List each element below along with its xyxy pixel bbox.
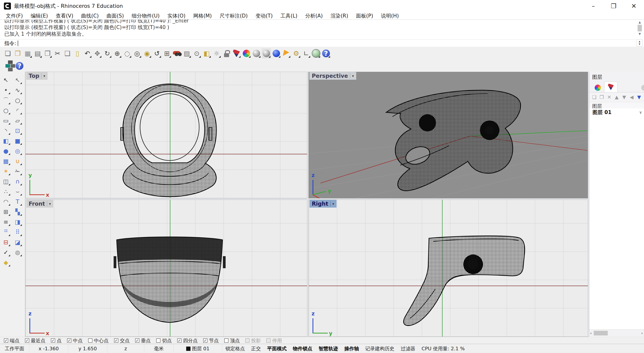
menu-item-4[interactable]: 曲线(C) xyxy=(77,12,102,19)
paste-icon[interactable]: ▯ xyxy=(73,48,82,58)
status-cell-14[interactable]: 过滤器 xyxy=(398,344,418,353)
explode-blocks-icon[interactable]: ⊞ xyxy=(1,207,10,216)
open-file-icon[interactable]: ❒ xyxy=(13,48,22,58)
new-layer-icon[interactable]: ❏ xyxy=(592,94,597,100)
rectangle-icon[interactable]: ▭ xyxy=(1,116,10,125)
menu-item-13[interactable]: 渲染(R) xyxy=(326,12,352,19)
viewport-menu-arrow-icon[interactable]: ▾ xyxy=(49,202,51,206)
status-cell-2[interactable]: x -1.360 xyxy=(29,344,68,353)
viewport-label-front[interactable]: Front ▾ xyxy=(26,200,53,208)
circle-icon[interactable]: ○ xyxy=(13,96,22,105)
array-linear-icon[interactable]: ⠛ xyxy=(1,228,10,236)
extract-points-icon[interactable]: ∴ xyxy=(1,187,10,196)
viewport-layout-icon[interactable]: ⊞ xyxy=(162,48,172,58)
osnap-checkbox[interactable] xyxy=(51,338,55,343)
minimize-button[interactable]: – xyxy=(583,0,604,12)
osnap-8[interactable]: 切点 xyxy=(156,338,172,344)
menu-item-15[interactable]: 说明(H) xyxy=(377,12,403,19)
status-cell-11[interactable]: 智慧轨迹 xyxy=(316,344,341,353)
osnap-checkbox[interactable] xyxy=(135,338,140,343)
viewport-menu-arrow-icon[interactable]: ▾ xyxy=(332,202,334,206)
osnap-5[interactable]: 中心点 xyxy=(88,338,108,344)
polygon-icon[interactable]: ▱ xyxy=(13,116,22,125)
menu-item-2[interactable]: 编辑(E) xyxy=(27,12,52,19)
zoom-extents-icon[interactable]: ◉ xyxy=(142,48,152,58)
surface-patch-icon[interactable]: ◧ xyxy=(1,136,10,145)
more-tab[interactable] xyxy=(638,83,644,92)
status-cell-8[interactable]: 正交 xyxy=(248,344,264,353)
history-icon[interactable]: ∟ xyxy=(302,48,311,58)
osnap-checkbox[interactable] xyxy=(156,338,160,343)
osnap-13[interactable]: 停用 xyxy=(266,338,282,344)
osnap-2[interactable]: 最近点 xyxy=(25,338,46,344)
surface-from-points-icon[interactable]: ⊡ xyxy=(13,126,22,135)
command-area[interactable]: 以打印显示 (模型工作视窗) ( 状态(S)=关闭 颜色(C)=打印 线宽(T)… xyxy=(0,20,644,47)
text-icon[interactable]: T xyxy=(13,197,22,206)
status-cell-7[interactable]: 锁定格点 xyxy=(222,344,248,353)
display-raytraced-sphere-icon[interactable] xyxy=(272,48,281,58)
zoom-window-icon[interactable]: ◌ xyxy=(122,48,132,58)
options-gear-icon[interactable]: ⚙ xyxy=(292,48,301,58)
blend-curve-icon[interactable]: ⌣ xyxy=(13,187,22,196)
layers-hscrollbar[interactable]: ‹ › xyxy=(590,329,644,337)
undo-view-icon[interactable]: ↺ xyxy=(152,48,162,58)
display-rendered-wheel-icon[interactable] xyxy=(242,48,251,58)
adjust-end-bulge-icon[interactable]: ◠ xyxy=(1,197,10,206)
move-layer-up-icon[interactable]: ▲ xyxy=(614,94,619,100)
menu-item-12[interactable]: 分析(A) xyxy=(301,12,326,19)
menu-item-8[interactable]: 网格(M) xyxy=(189,12,216,19)
menu-item-9[interactable]: 尺寸标注(D) xyxy=(216,12,252,19)
align-icon[interactable]: ≡ xyxy=(1,217,10,226)
osnap-12[interactable]: 投影 xyxy=(245,338,261,344)
mesh-surface-icon[interactable]: ▦ xyxy=(1,156,10,166)
copy-to-clipboard-icon[interactable]: ❐ xyxy=(43,48,52,58)
sphere-icon[interactable]: ● xyxy=(1,146,10,155)
menu-item-1[interactable]: 文件(F) xyxy=(2,12,27,19)
layer-expand-icon[interactable]: ∨ xyxy=(639,110,642,114)
osnap-9[interactable]: 四分点 xyxy=(177,338,198,344)
osnap-checkbox[interactable] xyxy=(203,338,208,343)
osnap-checkbox[interactable] xyxy=(4,338,8,343)
osnap-checkbox[interactable] xyxy=(88,338,92,343)
copy-icon[interactable]: ❑ xyxy=(63,48,72,58)
collapse-layers-icon[interactable]: ◀ xyxy=(629,94,634,100)
save-icon[interactable]: ▦ xyxy=(23,48,32,58)
display-ghosted-sphere-icon[interactable] xyxy=(252,48,261,58)
display-xray-sphere-icon[interactable] xyxy=(262,48,271,58)
select-window-icon[interactable]: ↖ xyxy=(13,76,22,84)
viewport-menu-arrow-icon[interactable]: ▾ xyxy=(44,74,45,78)
viewport-menu-arrow-icon[interactable]: ▾ xyxy=(352,74,354,78)
set-view-icon[interactable]: ⊙ xyxy=(192,48,202,58)
arc-icon[interactable]: ◜ xyxy=(13,106,22,115)
help-icon[interactable]: ? xyxy=(321,48,331,58)
viewport-top[interactable]: Top ▾ yx xyxy=(25,72,307,198)
hscroll-right-icon[interactable]: › xyxy=(640,331,644,336)
menu-item-5[interactable]: 曲面(S) xyxy=(103,12,128,19)
lights-icon[interactable]: ☼ xyxy=(212,48,221,58)
cut-icon[interactable]: ✂ xyxy=(53,48,62,58)
duplicate-layer-icon[interactable]: ❐ xyxy=(599,94,604,100)
pan-icon[interactable]: ✥ xyxy=(92,48,102,58)
osnap-7[interactable]: 垂点 xyxy=(135,338,151,344)
status-cell-15[interactable]: CPU 使用量: 2.1 % xyxy=(418,344,468,353)
osnap-3[interactable]: 点 xyxy=(51,338,62,344)
scroll-down-icon[interactable]: ▼ xyxy=(638,32,641,36)
viewport-right[interactable]: Right ▾ zy xyxy=(308,200,588,337)
delete-layer-icon[interactable]: ✕ xyxy=(607,94,612,100)
boolean-union-icon[interactable]: ∩ xyxy=(13,177,22,186)
osnap-1[interactable]: 端点 xyxy=(4,338,20,344)
scroll-up-icon[interactable]: ▲ xyxy=(638,20,641,24)
notifications-icon[interactable] xyxy=(282,48,291,58)
new-file-icon[interactable]: ❏ xyxy=(3,48,12,58)
hide-show-objects-icon[interactable]: ◧ xyxy=(202,48,211,58)
display-shield-icon[interactable] xyxy=(232,48,241,58)
cplane-icon[interactable]: ▨ xyxy=(182,48,192,58)
status-cell-6[interactable]: 图层 01 xyxy=(174,344,222,353)
split-icon[interactable]: ◫ xyxy=(1,177,10,186)
osnap-4[interactable]: 中点 xyxy=(67,338,83,344)
layer-row-1[interactable]: 图层 01∨ xyxy=(590,108,644,116)
command-scrollbar[interactable]: ▲ ▼ xyxy=(637,20,642,39)
extrude-solid-icon[interactable]: ◨ xyxy=(13,217,22,226)
status-cell-5[interactable]: 毫米 xyxy=(144,344,174,353)
package-manager-globe-icon[interactable] xyxy=(311,48,321,58)
